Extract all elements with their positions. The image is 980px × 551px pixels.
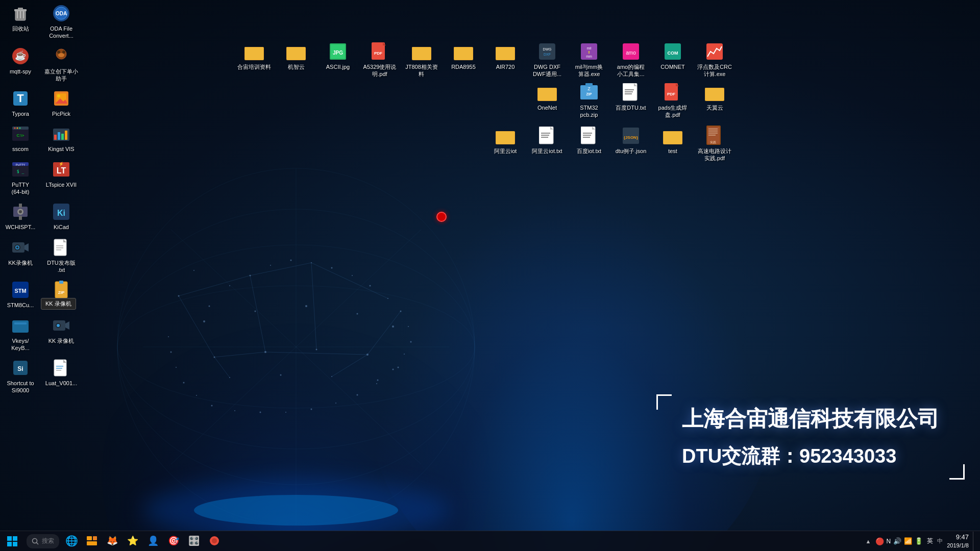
recycle-bin-icon[interactable]: 回收站 (0, 0, 41, 43)
tray-volume-icon[interactable]: 🔊 (893, 537, 901, 545)
gaosujindian-pdf-icon[interactable]: 实践 高速电路设计实践.pdf (694, 122, 735, 165)
oda-file-convert-icon[interactable]: ODA ODA FileConvert... (41, 0, 82, 43)
svg-text:DXF: DXF (544, 53, 551, 56)
svg-rect-198 (541, 137, 548, 138)
taskbar-app-6[interactable]: 🎯 (163, 531, 184, 552)
mqtt-spy-icon[interactable]: ☕ mqtt-spy (0, 43, 41, 86)
svg-rect-121 (56, 249, 61, 251)
test-file-icon[interactable]: test (652, 122, 693, 165)
svg-rect-211 (708, 129, 718, 130)
svg-rect-127 (12, 320, 29, 333)
kk-camera-icon[interactable]: KK录像机 (0, 234, 41, 277)
tray-network2-icon[interactable]: 📶 (904, 537, 912, 545)
svg-text:ODA: ODA (56, 11, 67, 16)
taskbar: 搜索 🌐 🦊 ⭐ 👤 🎯 🎛️ ▲ 🔴 N 🔊 📶 🔋 英 中 9:47 201… (0, 531, 980, 551)
stm8cu-icon[interactable]: STM STM8Cu... (0, 277, 41, 312)
luat-v001-icon[interactable]: Luat_V001... (41, 355, 82, 397)
typora-icon[interactable]: T Typora (0, 85, 41, 120)
sscom-icon[interactable]: C:\> sscom (0, 120, 41, 156)
taskbar-app-edge[interactable]: 🌐 (61, 531, 82, 552)
tray-power-icon[interactable]: 🔋 (915, 537, 923, 545)
svg-text:⚡: ⚡ (59, 161, 64, 166)
svg-rect-138 (56, 368, 62, 369)
svg-point-79 (62, 51, 65, 54)
svg-rect-124 (55, 282, 67, 298)
svg-rect-222 (87, 536, 92, 540)
svg-rect-94 (54, 135, 57, 140)
ltspice-icon[interactable]: LT⚡ LTspice XVII (41, 156, 82, 199)
svg-rect-175 (538, 88, 556, 101)
system-tray[interactable]: ▲ (866, 538, 871, 544)
taskbar-app-8[interactable] (204, 531, 225, 552)
svg-rect-125 (59, 281, 63, 284)
crc-calc-icon[interactable]: 浮点数及CRC计算.exe (694, 38, 735, 81)
taskbar-app-4[interactable]: ⭐ (122, 531, 143, 552)
ascii-jpg-label: ASCII.jpg (326, 63, 350, 70)
onenet-icon[interactable]: OneNet (527, 79, 568, 122)
svg-point-91 (19, 128, 21, 129)
putty-icon[interactable]: PuTTY$ _ PuTTY(64-bit) (0, 156, 41, 199)
recycle-bin-label: 回收站 (12, 25, 29, 32)
svg-text:PuTTY: PuTTY (16, 163, 26, 166)
air720-icon[interactable]: AIR720 (485, 38, 526, 81)
taskbar-app-firefox[interactable]: 🦊 (102, 531, 122, 552)
kicad-icon[interactable]: Ki KiCad (41, 198, 82, 234)
baidu-iot-txt-icon[interactable]: 百度iot.txt (569, 122, 609, 165)
show-desktop-button[interactable] (973, 532, 976, 551)
language-indicator[interactable]: 英 (927, 537, 933, 545)
svg-text:Ki: Ki (57, 209, 65, 217)
aliyun-iot-txt-icon[interactable]: 阿里云iot.txt (527, 122, 568, 165)
baidu-dtu-txt-icon[interactable]: 百度DTU.txt (610, 79, 651, 122)
baidu-dtu-txt-label: 百度DTU.txt (616, 104, 646, 111)
picpick-label: PicPick (52, 110, 70, 117)
amo-tools-icon[interactable]: amo amo的编程小工具集... (610, 38, 651, 81)
ime-indicator[interactable]: 中 (937, 537, 943, 545)
dtu-json-icon[interactable]: {JSON} dtu例子.json (610, 122, 651, 165)
svg-point-226 (212, 538, 217, 543)
svg-rect-160 (496, 47, 514, 60)
hezhou-training-icon[interactable]: 合宙培训资料 (234, 38, 275, 81)
tianyiyun-icon[interactable]: 天翼云 (694, 79, 735, 122)
mil-mm-icon[interactable]: mil⇕mm mil与mm换算器.exe (569, 38, 609, 81)
kk-camera2-label: KK 录像机 (48, 337, 75, 344)
svg-rect-216 (7, 536, 12, 541)
jt808-icon[interactable]: JT808相关资料 (401, 38, 442, 81)
vkeys-icon[interactable]: Vkeys/KeyB... (0, 312, 41, 355)
ascii-jpg-icon[interactable]: JPG ASCII.jpg (317, 38, 358, 81)
svg-rect-214 (708, 135, 716, 136)
picpick-icon[interactable]: PicPick (41, 85, 82, 120)
aliyun-iot-icon[interactable]: 阿里云iot (485, 122, 526, 165)
kingst-vis-label: Kingst VIS (48, 145, 74, 153)
svg-rect-218 (7, 542, 12, 546)
si9000-shortcut-icon[interactable]: Si Shortcut toSi9000 (0, 355, 41, 397)
svg-text:T: T (17, 92, 24, 105)
svg-rect-97 (65, 131, 67, 140)
svg-text:DWG: DWG (543, 47, 551, 51)
wchispt-icon[interactable]: WCHISPT... (0, 198, 41, 234)
dwg-dxf-icon[interactable]: DWGDXF DWG DXFDWF通用... (527, 38, 568, 81)
taskbar-app-explorer[interactable] (82, 531, 102, 552)
clock[interactable]: 9:47 2019/1/8 (947, 533, 969, 550)
taskbar-app-5[interactable]: 👤 (143, 531, 163, 552)
jizhi-yun-icon[interactable]: 机智云 (276, 38, 316, 81)
svg-rect-193 (496, 132, 514, 144)
stm32-zip-icon[interactable]: ZIPZ STM32pcb.zip (569, 79, 609, 122)
svg-point-107 (19, 210, 22, 213)
comnet-icon[interactable]: COM COMNET (652, 38, 693, 81)
start-button[interactable] (0, 531, 24, 552)
jiaolichuang-icon[interactable]: 嘉立创下单小助手 (41, 43, 82, 86)
jiaolichuang-label: 嘉立创下单小助手 (44, 68, 78, 83)
svg-rect-139 (56, 370, 61, 371)
kk-camera2-icon[interactable]: KK 录像机 KK 录像机 (41, 312, 82, 355)
taskbar-app-7[interactable]: 🎛️ (184, 531, 204, 552)
svg-point-89 (14, 128, 16, 129)
pads-pdf-icon[interactable]: PDF pads生成焊盘.pdf (652, 79, 693, 122)
dtu-publish-icon[interactable]: DTU发布版.txt (41, 234, 82, 277)
svg-rect-109 (19, 216, 22, 220)
taskbar-search[interactable]: 搜索 (27, 534, 59, 548)
left-desktop-icons: 回收站 ODA ODA FileConvert... ☕ mqtt-spy (0, 0, 82, 397)
kingst-vis-icon[interactable]: Kingst VIS (41, 120, 82, 156)
svg-text:PDF: PDF (374, 51, 382, 56)
rda8955-icon[interactable]: RDA8955 (443, 38, 484, 81)
a5329-pdf-icon[interactable]: PDF A5329使用说明.pdf (359, 38, 400, 81)
